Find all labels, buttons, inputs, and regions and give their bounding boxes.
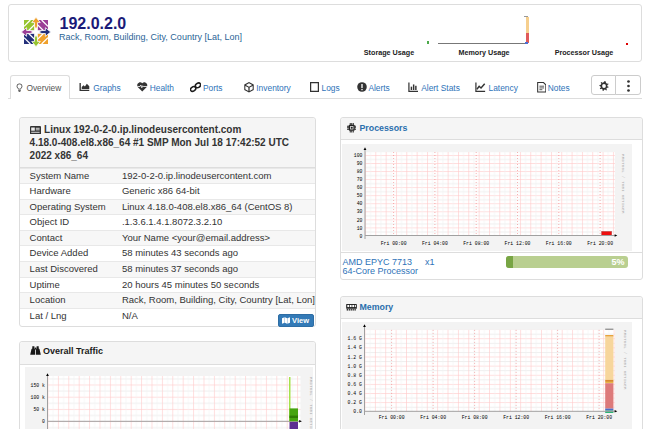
svg-text:40: 40 xyxy=(357,201,363,206)
svg-text:10: 10 xyxy=(357,226,363,231)
svg-text:1.0 G: 1.0 G xyxy=(348,364,363,369)
svg-text:Fri 12:00: Fri 12:00 xyxy=(503,415,529,420)
svg-text:0: 0 xyxy=(360,234,363,239)
svg-text:RRDTOOL / TOBI OETIKER: RRDTOOL / TOBI OETIKER xyxy=(621,154,625,214)
svg-text:0.8 G: 0.8 G xyxy=(348,373,363,378)
svg-text:0.4 G: 0.4 G xyxy=(348,391,363,396)
svg-text:Fri 04:00: Fri 04:00 xyxy=(422,241,448,246)
svg-text:0.6 G: 0.6 G xyxy=(348,382,363,387)
svg-text:0: 0 xyxy=(42,419,45,424)
svg-text:70: 70 xyxy=(357,177,363,182)
svg-text:Fri 20:00: Fri 20:00 xyxy=(587,241,613,246)
svg-text:50 k: 50 k xyxy=(33,407,45,412)
svg-text:RRDTOOL / TOBI OETIKER: RRDTOOL / TOBI OETIKER xyxy=(309,377,313,429)
svg-text:100 k: 100 k xyxy=(31,395,46,400)
svg-text:0.2 G: 0.2 G xyxy=(348,400,363,405)
svg-text:Fri 00:00: Fri 00:00 xyxy=(381,241,407,246)
svg-text:50: 50 xyxy=(357,193,363,198)
svg-text:0.0: 0.0 xyxy=(353,409,362,414)
svg-text:Fri 00:00: Fri 00:00 xyxy=(379,415,405,420)
svg-text:150 k: 150 k xyxy=(31,383,46,388)
svg-text:1.4 G: 1.4 G xyxy=(348,345,363,350)
svg-text:Fri 04:00: Fri 04:00 xyxy=(420,415,446,420)
svg-text:100: 100 xyxy=(354,153,363,158)
svg-text:Fri 16:00: Fri 16:00 xyxy=(546,241,572,246)
svg-text:60: 60 xyxy=(357,185,363,190)
svg-text:1.6 G: 1.6 G xyxy=(348,336,363,341)
svg-text:30: 30 xyxy=(357,209,363,214)
svg-text:RRDTOOL / TOBI OETIKER: RRDTOOL / TOBI OETIKER xyxy=(623,330,627,390)
svg-text:Fri 12:00: Fri 12:00 xyxy=(505,241,531,246)
svg-text:Fri 20:00: Fri 20:00 xyxy=(586,415,612,420)
svg-text:Fri 08:00: Fri 08:00 xyxy=(462,415,488,420)
svg-text:20: 20 xyxy=(357,218,363,223)
svg-text:90: 90 xyxy=(357,161,363,166)
svg-text:1.2 G: 1.2 G xyxy=(348,355,363,360)
svg-text:Fri 08:00: Fri 08:00 xyxy=(463,241,489,246)
svg-text:Fri 16:00: Fri 16:00 xyxy=(545,415,571,420)
svg-text:80: 80 xyxy=(357,169,363,174)
